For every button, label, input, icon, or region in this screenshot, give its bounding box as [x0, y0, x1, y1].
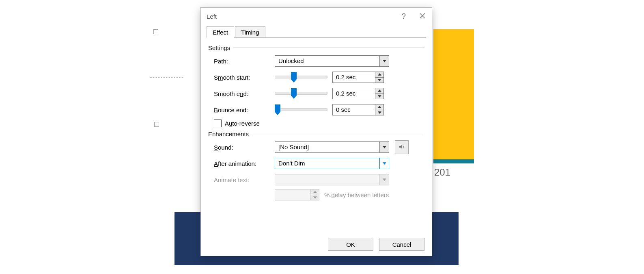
row-path: Path: Unlocked — [208, 53, 424, 69]
auto-reverse-label: Auto-reverse — [225, 120, 260, 127]
row-smooth-end: Smooth end: 0.2 sec — [208, 85, 424, 102]
smooth-end-slider[interactable] — [275, 88, 327, 99]
close-button[interactable] — [413, 8, 432, 25]
dialog-title: Left — [207, 13, 394, 20]
group-settings: Settings — [208, 44, 424, 51]
bg-teal-strip — [433, 159, 474, 163]
sound-value: [No Sound] — [275, 142, 379, 152]
row-animate-text: Animate text: — [208, 172, 424, 188]
help-icon: ? — [402, 12, 406, 21]
bg-selection-handle — [154, 122, 159, 127]
chevron-down-icon — [379, 142, 389, 152]
tab-timing[interactable]: Timing — [235, 26, 265, 38]
smooth-start-spinner[interactable]: 0.2 sec — [332, 72, 384, 83]
group-rule — [233, 48, 424, 48]
speaker-icon — [398, 144, 405, 151]
slider-thumb[interactable] — [275, 104, 280, 115]
group-rule — [252, 134, 424, 134]
cancel-button[interactable]: Cancel — [379, 238, 424, 251]
smooth-start-label: Smooth start: — [214, 74, 275, 81]
delay-label: % delay between letters — [324, 191, 389, 198]
group-enhancements: Enhancements — [208, 130, 424, 137]
after-animation-value: Don't Dim — [275, 158, 379, 169]
tab-effect[interactable]: Effect — [207, 26, 234, 38]
path-label: Path: — [214, 58, 275, 65]
ok-button[interactable]: OK — [328, 238, 373, 251]
smooth-end-value: 0.2 sec — [333, 88, 375, 99]
bg-selection-handle — [153, 29, 158, 34]
spinner-down-icon — [311, 195, 319, 200]
slider-track — [275, 76, 327, 78]
auto-reverse-checkbox[interactable]: Auto-reverse — [208, 120, 424, 127]
bounce-end-spinner[interactable]: 0 sec — [332, 104, 384, 115]
smooth-start-value: 0.2 sec — [333, 72, 375, 83]
spinner-up-icon[interactable] — [375, 104, 383, 110]
dialog-footer: OK Cancel — [201, 233, 432, 256]
row-after-animation: After animation: Don't Dim — [208, 155, 424, 172]
row-sound: Sound: [No Sound] — [208, 139, 424, 155]
chevron-down-icon — [379, 56, 389, 66]
path-value: Unlocked — [275, 56, 379, 66]
after-animation-combobox[interactable]: Don't Dim — [275, 158, 389, 169]
titlebar[interactable]: Left ? — [201, 8, 432, 25]
spinner-up-icon[interactable] — [375, 72, 383, 77]
row-smooth-start: Smooth start: 0.2 sec — [208, 69, 424, 85]
animate-text-value — [275, 174, 379, 185]
slider-thumb[interactable] — [291, 72, 297, 83]
bg-guide-dashed — [150, 77, 183, 78]
path-combobox[interactable]: Unlocked — [275, 55, 389, 67]
chevron-down-icon — [379, 174, 389, 185]
group-settings-label: Settings — [208, 44, 230, 51]
spinner-down-icon[interactable] — [375, 94, 383, 99]
spinner-down-icon[interactable] — [375, 110, 383, 115]
slider-track — [275, 108, 327, 111]
smooth-end-spinner[interactable]: 0.2 sec — [332, 88, 384, 99]
animate-text-combobox — [275, 174, 389, 185]
slider-thumb[interactable] — [291, 88, 297, 99]
smooth-end-label: Smooth end: — [214, 90, 275, 97]
sound-preview-button[interactable] — [395, 140, 409, 154]
left-animation-dialog: Left ? Effect Timing Settings Path: Unlo… — [200, 7, 432, 256]
smooth-start-slider[interactable] — [275, 72, 327, 83]
row-delay-between-letters: % delay between letters — [208, 188, 424, 202]
sound-combobox[interactable]: [No Sound] — [275, 141, 389, 153]
delay-spinner — [275, 189, 319, 200]
after-animation-label: After animation: — [214, 160, 275, 167]
group-enhancements-label: Enhancements — [208, 130, 249, 137]
bounce-end-value: 0 sec — [333, 104, 375, 115]
animate-text-label: Animate text: — [214, 176, 275, 183]
close-icon — [420, 13, 425, 20]
checkbox-box — [214, 120, 222, 127]
spinner-up-icon[interactable] — [375, 88, 383, 94]
chevron-down-icon — [379, 158, 389, 169]
spinner-up-icon — [311, 189, 319, 195]
bounce-end-label: Bounce end: — [214, 107, 275, 113]
spinner-down-icon[interactable] — [375, 77, 383, 83]
slider-track — [275, 92, 327, 95]
bg-year-text: 201 — [434, 167, 450, 178]
tab-strip: Effect Timing — [201, 25, 432, 38]
bounce-end-slider[interactable] — [275, 104, 327, 115]
sound-label: Sound: — [214, 144, 275, 151]
help-button[interactable]: ? — [394, 8, 413, 25]
bg-yellow-block — [433, 29, 474, 159]
row-bounce-end: Bounce end: 0 sec — [208, 102, 424, 118]
delay-value — [275, 189, 310, 200]
